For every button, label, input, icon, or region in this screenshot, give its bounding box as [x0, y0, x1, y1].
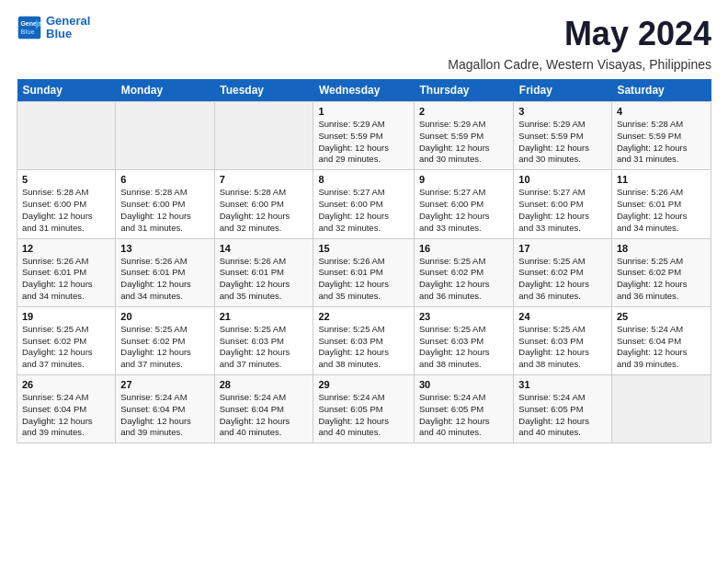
day-number: 28	[220, 379, 309, 390]
day-info: Sunrise: 5:25 AM Sunset: 6:03 PM Dayligh…	[419, 324, 508, 371]
day-info: Sunrise: 5:24 AM Sunset: 6:04 PM Dayligh…	[22, 392, 110, 439]
table-row: 2Sunrise: 5:29 AM Sunset: 5:59 PM Daylig…	[415, 102, 514, 170]
table-row: 8Sunrise: 5:27 AM Sunset: 6:00 PM Daylig…	[313, 170, 415, 238]
day-info: Sunrise: 5:26 AM Sunset: 6:01 PM Dayligh…	[318, 256, 409, 303]
day-info: Sunrise: 5:27 AM Sunset: 6:00 PM Dayligh…	[518, 187, 607, 234]
day-info: Sunrise: 5:24 AM Sunset: 6:05 PM Dayligh…	[419, 392, 508, 439]
day-info: Sunrise: 5:24 AM Sunset: 6:05 PM Dayligh…	[518, 392, 607, 439]
table-row: 7Sunrise: 5:28 AM Sunset: 6:00 PM Daylig…	[214, 170, 313, 238]
table-row: 12Sunrise: 5:26 AM Sunset: 6:01 PM Dayli…	[17, 238, 116, 306]
day-number: 31	[518, 379, 607, 390]
day-info: Sunrise: 5:24 AM Sunset: 6:04 PM Dayligh…	[120, 392, 209, 439]
table-row: 18Sunrise: 5:25 AM Sunset: 6:02 PM Dayli…	[611, 238, 711, 306]
day-number: 22	[318, 311, 409, 322]
day-info: Sunrise: 5:28 AM Sunset: 6:00 PM Dayligh…	[120, 187, 209, 234]
day-number: 9	[419, 174, 508, 185]
table-row: 26Sunrise: 5:24 AM Sunset: 6:04 PM Dayli…	[17, 375, 116, 443]
day-number: 19	[22, 311, 110, 322]
day-info: Sunrise: 5:25 AM Sunset: 6:02 PM Dayligh…	[518, 256, 607, 303]
day-number: 1	[318, 106, 409, 117]
day-info: Sunrise: 5:28 AM Sunset: 6:00 PM Dayligh…	[22, 187, 110, 234]
day-info: Sunrise: 5:26 AM Sunset: 6:01 PM Dayligh…	[120, 256, 209, 303]
day-number: 15	[318, 243, 409, 254]
table-row: 27Sunrise: 5:24 AM Sunset: 6:04 PM Dayli…	[116, 375, 214, 443]
table-row: 5Sunrise: 5:28 AM Sunset: 6:00 PM Daylig…	[17, 170, 116, 238]
day-number: 14	[220, 243, 309, 254]
calendar-week-row: 19Sunrise: 5:25 AM Sunset: 6:02 PM Dayli…	[17, 306, 711, 374]
day-info: Sunrise: 5:24 AM Sunset: 6:04 PM Dayligh…	[220, 392, 309, 439]
calendar-header-row: Sunday Monday Tuesday Wednesday Thursday…	[17, 79, 711, 102]
col-sunday: Sunday	[17, 79, 116, 102]
day-info: Sunrise: 5:25 AM Sunset: 6:02 PM Dayligh…	[22, 324, 110, 371]
day-number: 25	[617, 311, 706, 322]
day-info: Sunrise: 5:29 AM Sunset: 5:59 PM Dayligh…	[318, 119, 409, 166]
table-row: 1Sunrise: 5:29 AM Sunset: 5:59 PM Daylig…	[313, 102, 415, 170]
day-number: 11	[617, 174, 706, 185]
month-title: May 2024	[564, 15, 711, 53]
table-row: 23Sunrise: 5:25 AM Sunset: 6:03 PM Dayli…	[415, 306, 514, 374]
logo-icon: General Blue	[17, 15, 42, 40]
day-info: Sunrise: 5:25 AM Sunset: 6:02 PM Dayligh…	[120, 324, 209, 371]
table-row: 15Sunrise: 5:26 AM Sunset: 6:01 PM Dayli…	[313, 238, 415, 306]
logo: General Blue General Blue	[17, 15, 90, 41]
day-info: Sunrise: 5:29 AM Sunset: 5:59 PM Dayligh…	[518, 119, 607, 166]
col-tuesday: Tuesday	[214, 79, 313, 102]
table-row	[116, 102, 214, 170]
day-number: 10	[518, 174, 607, 185]
day-number: 8	[318, 174, 409, 185]
day-info: Sunrise: 5:25 AM Sunset: 6:03 PM Dayligh…	[318, 324, 409, 371]
svg-text:Blue: Blue	[20, 29, 34, 35]
day-number: 16	[419, 243, 508, 254]
day-info: Sunrise: 5:28 AM Sunset: 6:00 PM Dayligh…	[220, 187, 309, 234]
table-row: 11Sunrise: 5:26 AM Sunset: 6:01 PM Dayli…	[611, 170, 711, 238]
page: General Blue General Blue May 2024 Magal…	[0, 0, 728, 563]
table-row	[611, 375, 711, 443]
table-row: 6Sunrise: 5:28 AM Sunset: 6:00 PM Daylig…	[116, 170, 214, 238]
table-row: 25Sunrise: 5:24 AM Sunset: 6:04 PM Dayli…	[611, 306, 711, 374]
day-number: 27	[120, 379, 209, 390]
table-row	[17, 102, 116, 170]
logo-text: General Blue	[46, 15, 90, 41]
day-info: Sunrise: 5:24 AM Sunset: 6:05 PM Dayligh…	[318, 392, 409, 439]
col-wednesday: Wednesday	[313, 79, 415, 102]
table-row: 31Sunrise: 5:24 AM Sunset: 6:05 PM Dayli…	[514, 375, 612, 443]
table-row: 17Sunrise: 5:25 AM Sunset: 6:02 PM Dayli…	[514, 238, 612, 306]
day-number: 7	[220, 174, 309, 185]
day-info: Sunrise: 5:29 AM Sunset: 5:59 PM Dayligh…	[419, 119, 508, 166]
day-number: 13	[120, 243, 209, 254]
day-number: 2	[419, 106, 508, 117]
day-info: Sunrise: 5:26 AM Sunset: 6:01 PM Dayligh…	[22, 256, 110, 303]
day-number: 4	[617, 106, 706, 117]
day-number: 24	[518, 311, 607, 322]
calendar-table: Sunday Monday Tuesday Wednesday Thursday…	[17, 79, 711, 443]
table-row: 29Sunrise: 5:24 AM Sunset: 6:05 PM Dayli…	[313, 375, 415, 443]
day-info: Sunrise: 5:25 AM Sunset: 6:02 PM Dayligh…	[617, 256, 706, 303]
day-number: 18	[617, 243, 706, 254]
day-info: Sunrise: 5:27 AM Sunset: 6:00 PM Dayligh…	[318, 187, 409, 234]
calendar-week-row: 5Sunrise: 5:28 AM Sunset: 6:00 PM Daylig…	[17, 170, 711, 238]
col-monday: Monday	[116, 79, 214, 102]
day-number: 23	[419, 311, 508, 322]
day-number: 17	[518, 243, 607, 254]
day-number: 26	[22, 379, 110, 390]
day-number: 3	[518, 106, 607, 117]
table-row: 20Sunrise: 5:25 AM Sunset: 6:02 PM Dayli…	[116, 306, 214, 374]
col-saturday: Saturday	[611, 79, 711, 102]
day-info: Sunrise: 5:26 AM Sunset: 6:01 PM Dayligh…	[617, 187, 706, 234]
table-row: 30Sunrise: 5:24 AM Sunset: 6:05 PM Dayli…	[415, 375, 514, 443]
table-row: 13Sunrise: 5:26 AM Sunset: 6:01 PM Dayli…	[116, 238, 214, 306]
calendar-week-row: 12Sunrise: 5:26 AM Sunset: 6:01 PM Dayli…	[17, 238, 711, 306]
day-info: Sunrise: 5:26 AM Sunset: 6:01 PM Dayligh…	[220, 256, 309, 303]
calendar-week-row: 26Sunrise: 5:24 AM Sunset: 6:04 PM Dayli…	[17, 375, 711, 443]
table-row: 16Sunrise: 5:25 AM Sunset: 6:02 PM Dayli…	[415, 238, 514, 306]
table-row	[214, 102, 313, 170]
day-info: Sunrise: 5:25 AM Sunset: 6:02 PM Dayligh…	[419, 256, 508, 303]
day-info: Sunrise: 5:25 AM Sunset: 6:03 PM Dayligh…	[220, 324, 309, 371]
col-thursday: Thursday	[415, 79, 514, 102]
day-info: Sunrise: 5:27 AM Sunset: 6:00 PM Dayligh…	[419, 187, 508, 234]
day-number: 29	[318, 379, 409, 390]
day-number: 30	[419, 379, 508, 390]
table-row: 21Sunrise: 5:25 AM Sunset: 6:03 PM Dayli…	[214, 306, 313, 374]
calendar-week-row: 1Sunrise: 5:29 AM Sunset: 5:59 PM Daylig…	[17, 102, 711, 170]
day-info: Sunrise: 5:24 AM Sunset: 6:04 PM Dayligh…	[617, 324, 706, 371]
